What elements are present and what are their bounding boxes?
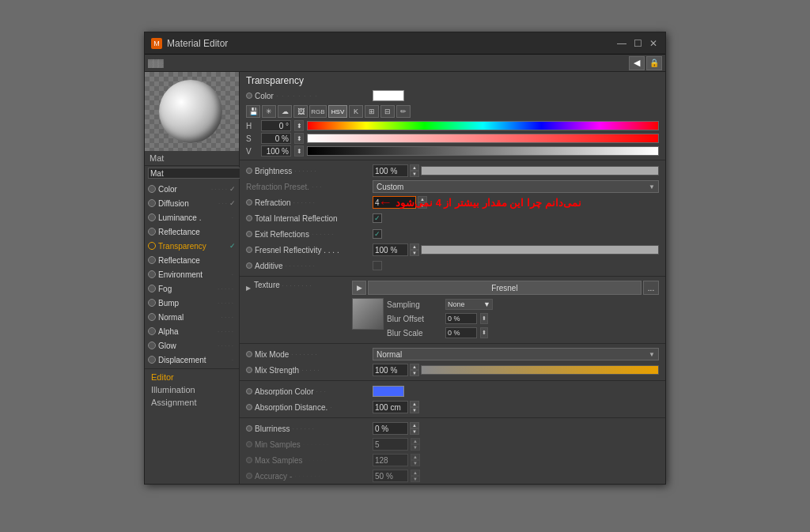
channel-glow[interactable]: Glow · · · · ·	[145, 338, 239, 353]
rgb-btn[interactable]: RGB	[309, 105, 327, 118]
nav-back-button[interactable]: ◀	[629, 56, 645, 70]
tir-control: ✓	[373, 213, 659, 223]
exit-reflections-checkbox[interactable]: ✓	[373, 229, 382, 239]
separator-2	[240, 276, 665, 277]
brightness-spinner[interactable]: ▲ ▼	[410, 164, 419, 177]
blur-scale-input[interactable]	[445, 327, 477, 338]
s-value-input[interactable]	[261, 133, 291, 144]
total-internal-reflection-row: Total Internal Reflection ✓	[240, 210, 665, 226]
texture-play-btn[interactable]: ▶	[352, 281, 366, 295]
mat-name-input[interactable]	[148, 168, 253, 179]
close-button[interactable]: ✕	[648, 38, 659, 49]
refraction-dot	[246, 199, 252, 206]
minimize-button[interactable]: —	[616, 38, 627, 49]
texture-collapse-btn[interactable]: ▶	[246, 281, 251, 292]
channel-fog[interactable]: Fog · · · · ·	[145, 281, 239, 296]
channel-normal[interactable]: Normal · · · ·	[145, 310, 239, 324]
refraction-input[interactable]	[373, 196, 416, 209]
channel-color[interactable]: Color · · · · · ✓	[145, 182, 239, 196]
absorption-distance-input[interactable]	[373, 401, 408, 413]
nav-assignment[interactable]: Assignment	[145, 396, 239, 409]
min-samples-input[interactable]	[373, 438, 408, 451]
grid-icon-btn[interactable]: ⊞	[365, 105, 379, 118]
k-btn[interactable]: K	[349, 105, 363, 118]
channel-alpha[interactable]: Alpha · · · · ·	[145, 324, 239, 338]
nav-illumination[interactable]: Illumination	[145, 383, 239, 396]
val-bar[interactable]	[307, 146, 659, 156]
h-spinner[interactable]: ⬍	[294, 120, 304, 131]
accuracy-input[interactable]	[373, 470, 408, 482]
maximize-button[interactable]: ☐	[632, 38, 643, 49]
preview-area	[145, 72, 239, 151]
channel-environment[interactable]: Environment ·	[145, 267, 239, 281]
absorption-dist-text: Absorption Distance.	[255, 403, 327, 412]
mix-strength-input[interactable]	[373, 364, 408, 376]
tir-checkbox[interactable]: ✓	[373, 213, 382, 223]
mix-strength-fill	[422, 366, 658, 374]
v-spinner[interactable]: ⬍	[294, 145, 304, 157]
absorption-dist-spinner[interactable]: ▲ ▼	[410, 401, 419, 413]
channel-dot	[148, 199, 156, 207]
texture-buttons: ▶ Fresnel ...	[352, 281, 659, 295]
asterisk-icon-btn[interactable]: ✳	[262, 105, 276, 118]
blurriness-spinner[interactable]: ▲ ▼	[410, 422, 419, 435]
h-value-input[interactable]	[261, 120, 291, 131]
channel-diffusion[interactable]: Diffusion · · · ✓	[145, 196, 239, 210]
image-icon-btn[interactable]: 🖼	[293, 105, 308, 118]
hue-bar[interactable]	[307, 121, 659, 130]
tir-text: Total Internal Reflection	[255, 214, 338, 223]
channel-reflectance1[interactable]: Reflectance	[145, 224, 239, 239]
refraction-preset-dropdown[interactable]: Custom ▼	[373, 180, 659, 193]
min-samples-row: Min Samples · · · · · · · ▲ ▼	[240, 436, 665, 452]
blur-scale-spinner[interactable]: ⬍	[480, 327, 488, 338]
refraction-control: ▲ ▼	[373, 196, 659, 209]
max-samples-row: Max Samples · · · · · · ▲ ▼	[240, 452, 665, 468]
sampling-dropdown[interactable]: None ▼	[445, 299, 493, 310]
fresnel-reflectivity-input[interactable]	[373, 243, 408, 256]
texture-more-btn[interactable]: ...	[643, 281, 659, 295]
channel-reflectance2[interactable]: Reflectance	[145, 253, 239, 267]
save-icon-btn[interactable]: 💾	[246, 105, 260, 118]
mix-strength-spinner[interactable]: ▲ ▼	[410, 364, 419, 376]
additive-checkbox[interactable]	[373, 261, 382, 270]
channel-luminance[interactable]: Luminance . ·	[145, 210, 239, 224]
channel-dot	[148, 270, 156, 278]
blur-offset-spinner[interactable]: ⬍	[480, 313, 488, 324]
blur-scale-label: Blur Scale	[387, 329, 442, 338]
squares-icon-btn[interactable]: ⊟	[380, 105, 395, 118]
cloud-icon-btn[interactable]: ☁	[278, 105, 292, 118]
nav-editor[interactable]: Editor	[145, 371, 239, 383]
s-spinner[interactable]: ⬍	[294, 133, 304, 144]
refraction-preset-row: Refraction Preset. · · · Custom ▼	[240, 179, 665, 194]
brightness-dot	[246, 168, 252, 174]
mix-mode-dropdown[interactable]: Normal ▼	[373, 348, 659, 360]
accuracy-spinner[interactable]: ▲ ▼	[411, 470, 420, 482]
absorption-distance-control: ▲ ▼	[373, 401, 659, 413]
toolbar-strip: ▓▓▓ ◀ 🔒	[145, 55, 665, 72]
brightness-input[interactable]	[373, 164, 408, 177]
fresnel-dot	[246, 247, 252, 253]
max-samples-input[interactable]	[373, 454, 408, 466]
absorption-color-label: Absorption Color · · ·	[246, 387, 373, 396]
channel-transparency[interactable]: Transparency ✓	[145, 239, 239, 253]
color-swatch[interactable]	[373, 90, 404, 101]
pen-icon-btn[interactable]: ✏	[396, 105, 411, 118]
min-samples-spinner[interactable]: ▲ ▼	[411, 438, 420, 451]
blur-offset-input[interactable]	[445, 313, 477, 324]
v-value-input[interactable]	[261, 145, 291, 157]
channel-bump[interactable]: Bump · · · · ·	[145, 296, 239, 310]
refraction-spinner[interactable]: ▲ ▼	[418, 196, 427, 209]
channel-displacement[interactable]: Displacement ·	[145, 353, 239, 367]
mix-mode-value: Normal	[377, 350, 402, 359]
sat-bar[interactable]	[307, 134, 659, 143]
right-panel: Transparency Color · · · · · · · · 💾 ✳ ☁…	[240, 72, 665, 484]
fresnel-button[interactable]: Fresnel	[368, 281, 642, 295]
section-title: Transparency	[240, 72, 665, 88]
blurriness-input[interactable]	[373, 422, 408, 435]
hsv-btn[interactable]: HSV	[328, 105, 347, 118]
accuracy-row: Accuracy - · · · · · · · ▲ ▼	[240, 468, 665, 484]
fresnel-spinner[interactable]: ▲ ▼	[410, 243, 419, 256]
max-samples-spinner[interactable]: ▲ ▼	[411, 454, 420, 466]
absorption-color-swatch[interactable]	[373, 386, 404, 397]
material-editor-window: M Material Editor — ☐ ✕ ▓▓▓ ◀ 🔒 Mat ▼	[144, 32, 666, 485]
